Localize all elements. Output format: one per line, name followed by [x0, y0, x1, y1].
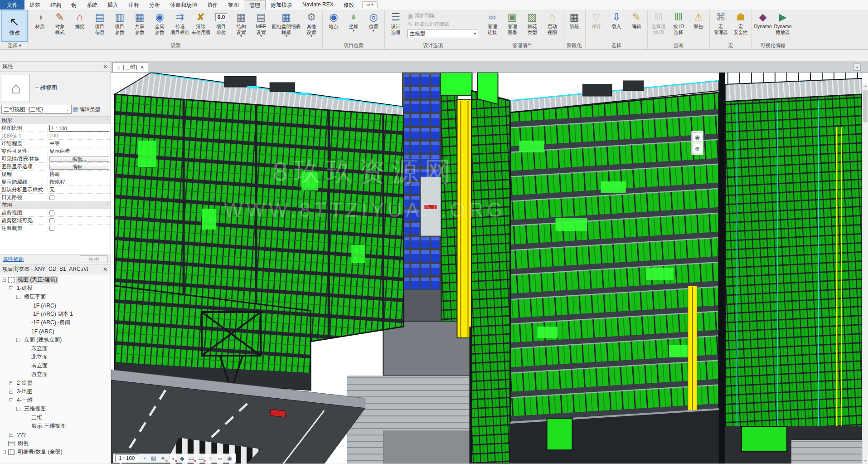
ribbon-button-dynamo[interactable]: ◆Dynamo	[753, 10, 773, 42]
property-input[interactable]: 1 : 100	[49, 125, 109, 132]
property-value[interactable]: 1 : 100	[48, 124, 111, 132]
ribbon-button-materials[interactable]: ◑材质	[30, 10, 50, 42]
collapse-icon[interactable]: ⌃	[105, 203, 109, 207]
ribbon-button-global-parameters[interactable]: ◉全局参数	[150, 10, 170, 42]
ribbon-button-location[interactable]: ◉地点	[324, 10, 344, 42]
tree-item[interactable]: 北立面	[0, 353, 111, 361]
edit-type-button[interactable]: ▦ 编辑类型	[73, 106, 109, 113]
shadows-icon[interactable]: ◑✕	[169, 454, 176, 462]
property-value[interactable]: 编辑...	[48, 163, 111, 170]
ribbon-button-project-info[interactable]: ▤项目信息	[90, 10, 110, 42]
tree-item[interactable]: -1-建模	[0, 284, 111, 293]
property-value[interactable]	[48, 225, 111, 232]
collapse-icon[interactable]: ⌃	[105, 118, 109, 122]
ribbon-group-label[interactable]: 选择	[587, 42, 646, 49]
scroll-down-icon[interactable]: ▼	[863, 458, 868, 464]
ribbon-tab[interactable]: 协作	[202, 0, 223, 10]
ribbon-button-ids-of-selection[interactable]: ‖‖选择项的 ID	[649, 10, 669, 42]
tree-item[interactable]: 三维	[0, 413, 111, 422]
ribbon-button-transfer-standards[interactable]: ⇉传递项目标准	[170, 10, 190, 42]
ribbon-tab[interactable]: 管理	[244, 0, 266, 10]
ribbon-group-label[interactable]: 设计选项	[386, 42, 480, 49]
ribbon-button-project-parameters[interactable]: ▥项目参数	[110, 10, 130, 42]
close-icon[interactable]: ✕	[102, 63, 108, 70]
tree-item[interactable]: 图例	[0, 439, 111, 448]
type-selector-combo[interactable]: 三维视图: {三维} ⌄	[1, 105, 72, 114]
tree-item[interactable]: -三维视图	[0, 405, 111, 413]
property-value[interactable]	[48, 209, 111, 216]
ribbon-tab[interactable]: 分析	[144, 0, 165, 10]
collapse-icon[interactable]: -	[9, 286, 13, 290]
tree-item[interactable]: +???	[0, 430, 111, 439]
ribbon-button-coordinates[interactable]: ⌖坐标▾	[344, 10, 364, 42]
properties-section-header[interactable]: 图形⌃	[0, 117, 111, 124]
view-scale-button[interactable]: 1 : 100	[115, 454, 138, 462]
ribbon-button-load-selection[interactable]: ⇩载入	[606, 10, 626, 42]
collapse-icon[interactable]: -	[16, 338, 20, 342]
crop-view-icon[interactable]: ▭✕	[188, 454, 195, 462]
ribbon-button-dynamo-player[interactable]: ▶Dynamo播放器	[773, 10, 793, 42]
checkbox[interactable]	[49, 226, 54, 231]
ribbon-tab[interactable]: 建筑	[24, 0, 45, 10]
tree-item[interactable]: -立面 (建筑立面)	[0, 336, 111, 344]
ribbon-button-project-units[interactable]: 0.0项目单位	[211, 10, 231, 42]
ribbon-button-manage-images[interactable]: ▣管理图像	[502, 10, 522, 42]
ribbon-tab[interactable]: 系统	[82, 0, 102, 10]
ribbon-button-manage-links[interactable]: ∞管理链接	[482, 10, 502, 42]
ribbon-tab[interactable]: Naviate REX	[297, 0, 339, 10]
ribbon-button-pick-to-edit[interactable]: ✎拾取以进行编辑	[407, 20, 478, 28]
tree-item[interactable]: -明细表/数量 (全部)	[0, 448, 111, 456]
ribbon-display-toggle-icon[interactable]: ▭ ▾	[362, 1, 378, 8]
3d-model-view[interactable]: 8玖玖资源网 WWW.8TTZIYUAN.ORG ◉ ⊕ 1 : 100 ◔▧☀…	[111, 73, 868, 464]
edit-button[interactable]: 编辑...	[49, 164, 109, 170]
expand-icon[interactable]: +	[9, 390, 13, 394]
ribbon-tab[interactable]: 插入	[102, 0, 123, 10]
checkbox[interactable]	[49, 210, 54, 215]
properties-section-header[interactable]: 范围⌃	[0, 201, 111, 209]
ribbon-button-select-by-id[interactable]: ‖‖按 ID选择	[669, 10, 689, 42]
ribbon-tab[interactable]: 修改	[339, 0, 359, 10]
type-selector[interactable]: ⌂ 三维视图	[0, 72, 111, 104]
tree-item[interactable]: -视图 (天正-建筑)	[0, 275, 111, 284]
scrollbar-thumb[interactable]	[863, 90, 868, 122]
scroll-up-icon[interactable]: ▲	[863, 83, 868, 89]
property-value[interactable]: 显示两者	[48, 147, 111, 155]
property-value[interactable]	[48, 194, 111, 201]
ribbon-button-macro-manager[interactable]: ⌘宏管理器	[711, 10, 731, 42]
tree-item[interactable]: +3-出图	[0, 387, 111, 396]
ribbon-group-label-select[interactable]: 选择 ▾	[1, 42, 28, 49]
ribbon-group-label[interactable]: 阶段化	[564, 42, 584, 49]
ribbon-button-purge-unused[interactable]: ✘清除未使用项	[190, 10, 211, 42]
expand-icon[interactable]: +	[9, 433, 13, 437]
navigation-wheel-icon[interactable]: ◉	[693, 132, 702, 142]
ribbon-tab[interactable]: 视图	[223, 0, 244, 10]
ribbon-tab[interactable]: 注释	[123, 0, 144, 10]
tree-item[interactable]: 西立面	[0, 370, 111, 379]
ribbon-button-macro-security[interactable]: ☗宏安全性	[731, 10, 751, 42]
tree-item[interactable]: 1F (ARC)	[0, 327, 111, 336]
zoom-icon[interactable]: ⊕	[693, 144, 702, 153]
collapse-icon[interactable]: -	[16, 407, 20, 411]
property-value[interactable]	[48, 217, 111, 224]
collapse-icon[interactable]: -	[9, 398, 13, 402]
tree-item[interactable]: +2-提资	[0, 379, 111, 387]
ribbon-group-label[interactable]: 项目位置	[324, 42, 383, 49]
detail-level-icon[interactable]: ◔	[140, 454, 148, 462]
collapse-icon[interactable]: -	[2, 278, 6, 282]
tree-item[interactable]: -1F (ARC) -房间	[0, 318, 111, 327]
ribbon-group-label[interactable]: 管理项目	[482, 42, 562, 49]
locked-3d-view-icon[interactable]: ⌂	[207, 454, 214, 462]
file-tab[interactable]: 文件	[0, 0, 24, 10]
ribbon-group-label[interactable]: 设置	[30, 42, 321, 49]
ribbon-button-snaps[interactable]: ∩捕捉	[70, 10, 90, 42]
ribbon-button-mep-settings[interactable]: ▤MEP设置▾	[251, 10, 271, 42]
active-design-option-select[interactable]: 主模型▾	[407, 29, 478, 38]
ribbon-tab[interactable]: 结构	[45, 0, 66, 10]
reveal-hidden-elements-icon[interactable]: ◉	[226, 454, 233, 462]
ribbon-button-phases[interactable]: ▦阶段	[564, 10, 584, 42]
expand-icon[interactable]: +	[9, 381, 13, 385]
tree-item[interactable]: -楼层平面	[0, 293, 111, 301]
temporary-hide-isolate-icon[interactable]: ∞	[216, 454, 224, 462]
ribbon-button-decal-types[interactable]: ▨贴花类型	[522, 10, 542, 42]
ribbon-group-label[interactable]: 可视化编程	[753, 42, 793, 49]
